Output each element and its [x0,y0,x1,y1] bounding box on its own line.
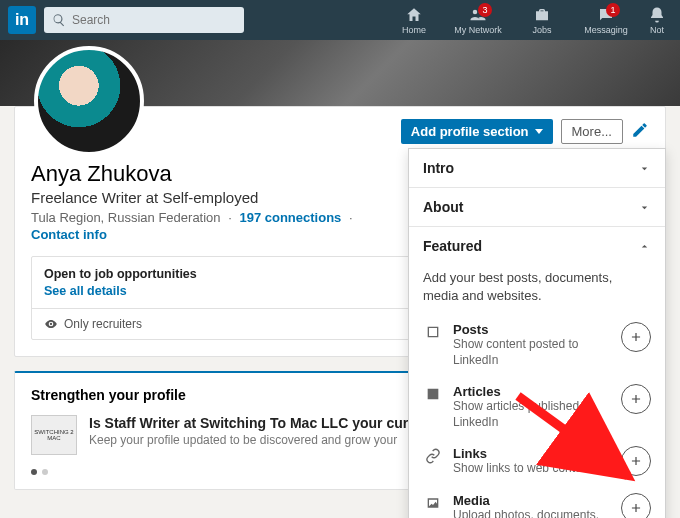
nav-label: Messaging [584,25,628,35]
section-label: About [423,199,463,215]
featured-item-links: Links Show links to web content [423,438,651,485]
add-links-button[interactable] [621,446,651,476]
add-media-button[interactable] [621,493,651,518]
nav-label: Not [650,25,664,35]
profile-location: Tula Region, Russian Federation [31,210,221,225]
dropdown-about[interactable]: About [409,188,665,226]
nav-messaging[interactable]: 1 Messaging [578,6,634,35]
item-desc: Show articles published on LinkedIn [453,399,611,430]
search-input[interactable] [44,7,244,33]
search-icon [52,13,66,27]
pager-dot[interactable] [31,469,37,475]
featured-item-media: Media Upload photos, documents, and pres… [423,485,651,518]
chevron-down-icon [638,162,651,175]
plus-icon [629,330,643,344]
plus-icon [629,392,643,406]
item-desc: Show links to web content [453,461,611,477]
top-nav: in Home 3 My Network Jobs 1 Messaging No… [0,0,680,40]
notification-badge: 3 [478,3,492,17]
more-button[interactable]: More... [561,119,623,144]
chevron-down-icon [638,201,651,214]
item-title: Media [453,493,611,508]
item-title: Posts [453,322,611,337]
pager-dot[interactable] [42,469,48,475]
nav-notifications[interactable]: Not [642,6,672,35]
nav-label: Home [402,25,426,35]
contact-info-link[interactable]: Contact info [31,227,107,242]
item-title: Links [453,446,611,461]
add-section-dropdown: Intro About Featured Add your best posts… [408,148,666,518]
dropdown-featured[interactable]: Featured [409,227,665,265]
notification-badge: 1 [606,3,620,17]
plus-icon [629,501,643,515]
search-field[interactable] [72,13,236,27]
suggestion-thumb: SWITCHING 2 MAC [31,415,77,455]
section-label: Intro [423,160,454,176]
button-label: Add profile section [411,124,529,139]
pencil-icon [631,121,649,139]
add-posts-button[interactable] [621,322,651,352]
item-desc: Upload photos, documents, and presentati… [453,508,611,518]
nav-label: Jobs [532,25,551,35]
item-desc: Show content posted to LinkedIn [453,337,611,368]
featured-desc: Add your best posts, documents, media an… [423,269,651,304]
add-articles-button[interactable] [621,384,651,414]
featured-item-posts: Posts Show content posted to LinkedIn [423,314,651,376]
nav-label: My Network [454,25,502,35]
add-profile-section-button[interactable]: Add profile section [401,119,553,144]
link-icon [425,448,441,464]
bell-icon [648,6,666,24]
home-icon [405,6,423,24]
avatar[interactable] [34,46,144,156]
nav-home[interactable]: Home [386,6,442,35]
nav-jobs[interactable]: Jobs [514,6,570,35]
media-icon [425,495,441,511]
suggestion-title: Is Staff Writer at Switching To Mac LLC … [89,415,414,431]
edit-profile-button[interactable] [631,121,649,143]
suggestion-sub: Keep your profile updated to be discover… [89,433,414,447]
chevron-up-icon [638,240,651,253]
nav-network[interactable]: 3 My Network [450,6,506,35]
briefcase-icon [533,6,551,24]
featured-item-articles: Articles Show articles published on Link… [423,376,651,438]
chevron-down-icon [535,129,543,134]
article-icon [425,386,441,402]
section-label: Featured [423,238,482,254]
plus-icon [629,454,643,468]
dropdown-intro[interactable]: Intro [409,149,665,187]
eye-icon [44,317,58,331]
visibility-label: Only recruiters [64,317,142,331]
connections-link[interactable]: 197 connections [239,210,341,225]
post-icon [425,324,441,340]
linkedin-logo[interactable]: in [8,6,36,34]
item-title: Articles [453,384,611,399]
